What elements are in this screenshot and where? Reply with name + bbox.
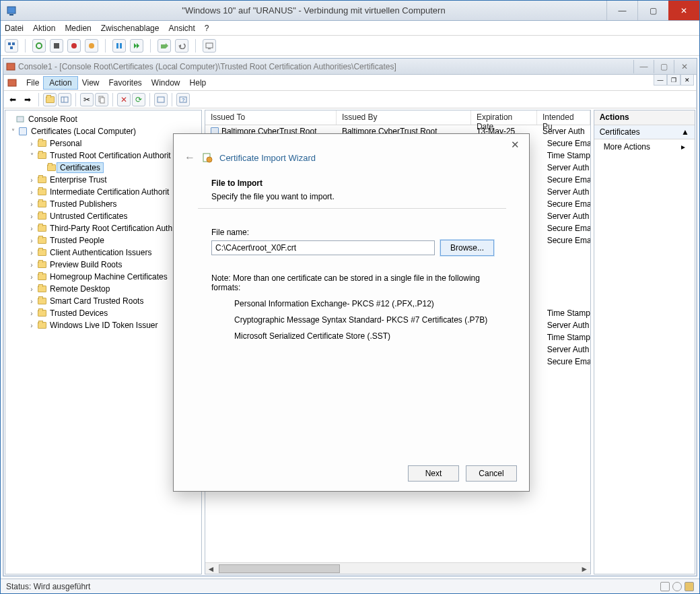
list-row[interactable]: Time Stamp xyxy=(542,307,590,319)
tree-item[interactable]: Certificates xyxy=(5,162,201,174)
cancel-button[interactable]: Cancel xyxy=(466,465,517,482)
shutdown-icon[interactable] xyxy=(67,39,81,53)
tree-item[interactable]: ˅Trusted Root Certification Authorit xyxy=(5,150,201,162)
save-icon[interactable] xyxy=(85,39,98,53)
tree-item[interactable]: ›Personal xyxy=(5,137,201,150)
mmc-maximize-button[interactable]: ▢ xyxy=(654,60,674,73)
menu-datei[interactable]: Datei xyxy=(5,24,24,33)
menu-action[interactable]: Action xyxy=(43,76,77,90)
col-issued-to[interactable]: Issued To xyxy=(205,110,337,125)
console-tree[interactable]: Console Root ˅ Certificates (Local Compu… xyxy=(5,110,202,574)
tree-certificates-local-computer[interactable]: ˅ Certificates (Local Computer) xyxy=(5,125,201,137)
ctrl-alt-del-icon[interactable] xyxy=(5,39,18,53)
svg-rect-0 xyxy=(7,7,15,13)
scroll-left-icon[interactable]: ◄ xyxy=(205,563,217,574)
help-icon[interactable]: ? xyxy=(176,93,190,106)
checkpoint-icon[interactable] xyxy=(158,39,171,53)
mdi-child-buttons: — ❐ ✕ xyxy=(654,75,694,86)
up-icon[interactable] xyxy=(43,93,57,106)
list-row[interactable]: Server Auth xyxy=(542,186,590,198)
menu-aktion[interactable]: Aktion xyxy=(33,24,55,33)
tree-item[interactable]: ›Remote Desktop xyxy=(5,283,201,295)
col-issued-by[interactable]: Issued By xyxy=(337,110,471,125)
copy-icon[interactable] xyxy=(95,93,108,106)
delete-icon[interactable]: ✕ xyxy=(117,93,131,106)
mdi-restore[interactable]: ❐ xyxy=(667,75,680,86)
browse-button[interactable]: Browse... xyxy=(440,240,494,256)
mmc-minimize-button[interactable]: — xyxy=(633,60,654,73)
list-row[interactable] xyxy=(542,271,590,283)
turnoff-icon[interactable] xyxy=(50,39,63,53)
reset-icon[interactable] xyxy=(130,39,143,53)
tree-item[interactable]: ›Homegroup Machine Certificates xyxy=(5,271,201,283)
collapse-icon[interactable]: ▲ xyxy=(681,127,689,137)
minimize-button[interactable]: — xyxy=(606,1,637,20)
list-row[interactable]: Secure Emai xyxy=(542,222,590,234)
tree-item[interactable]: ›Third-Party Root Certification Auth xyxy=(5,222,201,234)
mmc-close-button[interactable]: ✕ xyxy=(674,60,694,73)
list-row[interactable]: Time Stamp xyxy=(542,150,590,162)
menu-help-mmc[interactable]: Help xyxy=(190,78,207,88)
mdi-minimize[interactable]: — xyxy=(654,75,667,86)
list-row[interactable]: Secure Emai xyxy=(542,137,590,150)
list-row[interactable]: Secure Emai xyxy=(542,356,590,368)
menu-window[interactable]: Window xyxy=(151,78,180,88)
col-expiration[interactable]: Expiration Date xyxy=(471,110,537,125)
tree-item[interactable]: ›Untrusted Certificates xyxy=(5,210,201,222)
list-row[interactable]: Secure Emai xyxy=(542,234,590,246)
filename-input[interactable] xyxy=(211,240,435,255)
start-icon[interactable] xyxy=(32,39,46,53)
actions-more[interactable]: More Actions ▸ xyxy=(594,139,695,154)
back-icon[interactable]: ⬅ xyxy=(6,93,20,106)
tree-item[interactable]: ›Trusted People xyxy=(5,234,201,246)
scroll-thumb[interactable] xyxy=(219,564,340,573)
tree-item[interactable]: ›Intermediate Certification Authorit xyxy=(5,186,201,198)
menu-file[interactable]: File xyxy=(26,78,39,88)
col-intended-purpose[interactable]: Intended Pu xyxy=(537,110,590,125)
next-button[interactable]: Next xyxy=(408,465,459,482)
menu-help[interactable]: ? xyxy=(205,24,209,33)
tree-item[interactable]: ›Trusted Devices xyxy=(5,307,201,319)
mdi-close[interactable]: ✕ xyxy=(680,75,694,86)
tree-item[interactable]: ›Smart Card Trusted Roots xyxy=(5,295,201,307)
export-list-icon[interactable] xyxy=(154,93,168,106)
refresh-icon[interactable]: ⟳ xyxy=(132,93,145,106)
list-header[interactable]: Issued To Issued By Expiration Date Inte… xyxy=(205,110,590,125)
list-row[interactable]: Server Auth xyxy=(542,210,590,222)
list-row[interactable]: Server Auth xyxy=(542,343,590,356)
maximize-button[interactable]: ▢ xyxy=(637,1,668,20)
actions-subheader[interactable]: Certificates ▲ xyxy=(594,125,695,139)
menu-zwischenablage[interactable]: Zwischenablage xyxy=(101,24,160,33)
list-row[interactable]: Secure Emai xyxy=(542,198,590,210)
close-button[interactable]: ✕ xyxy=(668,1,699,20)
tree-item[interactable]: ›Windows Live ID Token Issuer xyxy=(5,319,201,331)
show-hide-tree-icon[interactable] xyxy=(58,93,71,106)
menu-favorites[interactable]: Favorites xyxy=(109,78,142,88)
horizontal-scrollbar[interactable]: ◄ ► xyxy=(205,562,590,574)
wizard-back-button[interactable]: ← xyxy=(184,152,195,164)
list-row[interactable] xyxy=(542,259,590,271)
window-title: "Windows 10" auf "URANUS" - Verbindung m… xyxy=(21,5,606,15)
tree-item[interactable]: ›Trusted Publishers xyxy=(5,198,201,210)
list-row[interactable]: Server Auth xyxy=(542,162,590,174)
scroll-right-icon[interactable]: ► xyxy=(579,563,590,574)
list-row[interactable] xyxy=(542,246,590,259)
menu-medien[interactable]: Medien xyxy=(65,24,91,33)
cut-icon[interactable]: ✂ xyxy=(80,93,94,106)
tree-item[interactable]: ›Preview Build Roots xyxy=(5,259,201,271)
menu-view[interactable]: View xyxy=(82,78,100,88)
pause-icon[interactable] xyxy=(112,39,126,53)
tree-item[interactable]: ›Enterprise Trust xyxy=(5,174,201,186)
list-row[interactable]: Secure Emai xyxy=(542,174,590,186)
revert-icon[interactable] xyxy=(175,39,188,53)
menu-ansicht[interactable]: Ansicht xyxy=(168,24,195,33)
forward-icon[interactable]: ➡ xyxy=(21,93,34,106)
enhanced-session-icon[interactable] xyxy=(203,39,216,53)
list-row[interactable] xyxy=(542,283,590,295)
list-row[interactable]: Time Stamp xyxy=(542,331,590,343)
list-row[interactable] xyxy=(542,295,590,307)
tree-console-root[interactable]: Console Root xyxy=(5,113,201,125)
list-row[interactable]: Server Auth xyxy=(542,319,590,331)
wizard-close-button[interactable]: ✕ xyxy=(505,137,525,153)
tree-item[interactable]: ›Client Authentication Issuers xyxy=(5,246,201,259)
